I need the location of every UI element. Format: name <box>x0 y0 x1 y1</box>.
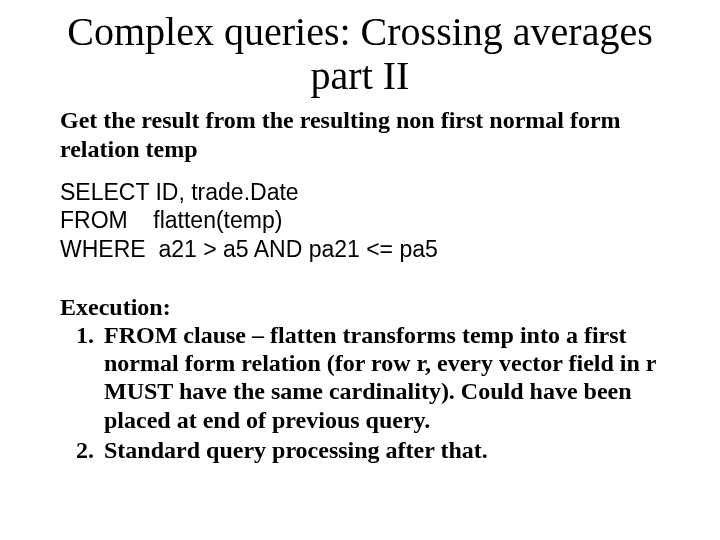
execution-list: FROM clause – flatten transforms temp in… <box>60 321 660 467</box>
slide-title: Complex queries: Crossing averages part … <box>60 10 660 98</box>
execution-item-2: Standard query processing after that. <box>100 436 660 466</box>
execution-heading: Execution: <box>60 294 660 321</box>
sql-line-from: FROM flatten(temp) <box>60 207 282 233</box>
sql-query-block: SELECT ID, trade.Date FROM flatten(temp)… <box>60 178 660 264</box>
slide: Complex queries: Crossing averages part … <box>0 0 720 540</box>
sql-line-select: SELECT ID, trade.Date <box>60 179 299 205</box>
intro-text: Get the result from the resulting non fi… <box>60 106 660 164</box>
execution-item-1: FROM clause – flatten transforms temp in… <box>100 321 660 436</box>
sql-line-where: WHERE a21 > a5 AND pa21 <= pa5 <box>60 236 438 262</box>
